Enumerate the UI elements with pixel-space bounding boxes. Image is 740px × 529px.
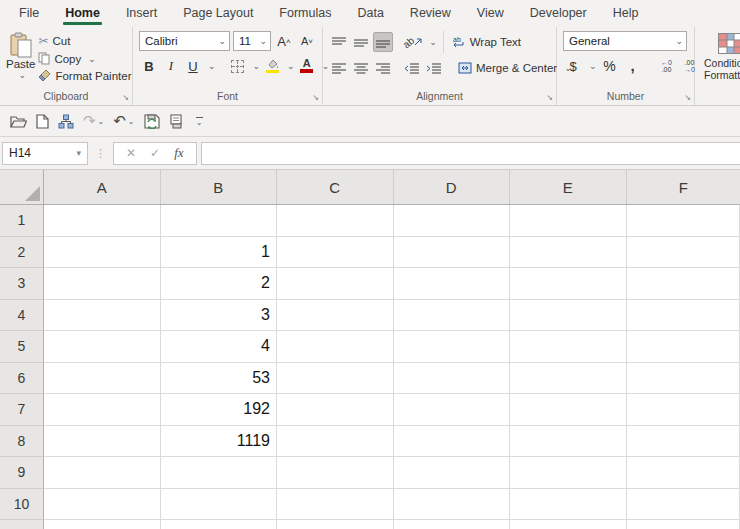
name-box[interactable]: H14 ▾	[2, 142, 88, 165]
cell-D6[interactable]	[394, 363, 511, 395]
cell-B8[interactable]: 1119	[161, 426, 278, 458]
cell-B10[interactable]	[161, 489, 278, 521]
row-header-3[interactable]: 3	[0, 268, 44, 300]
align-right-button[interactable]	[373, 58, 393, 78]
cell-C4[interactable]	[277, 300, 394, 332]
align-middle-button[interactable]	[351, 32, 371, 52]
formula-input[interactable]	[201, 142, 740, 165]
chevron-down-icon[interactable]: ⌄	[208, 61, 216, 71]
row-header-5[interactable]: 5	[0, 331, 44, 363]
copy-button[interactable]: Copy ⌄	[35, 51, 134, 66]
open-button[interactable]	[10, 115, 27, 128]
tab-data[interactable]: Data	[344, 0, 396, 27]
cell-C1[interactable]	[277, 205, 394, 237]
cell-A4[interactable]	[44, 300, 161, 332]
redo-button[interactable]: ↷ ⌄	[83, 112, 104, 130]
undo-button[interactable]: ↶ ⌄	[113, 112, 134, 130]
tab-file[interactable]: File	[6, 0, 52, 27]
font-family-select[interactable]: Calibri ⌄	[139, 31, 230, 51]
row-header-6[interactable]: 6	[0, 363, 44, 395]
cell-D5[interactable]	[394, 331, 511, 363]
select-all-button[interactable]	[0, 170, 44, 204]
cell-B4[interactable]: 3	[161, 300, 278, 332]
cell-F7[interactable]	[627, 394, 740, 426]
align-bottom-button[interactable]	[373, 32, 393, 52]
cell-D8[interactable]	[394, 426, 511, 458]
cell-E[interactable]	[510, 520, 627, 529]
cell-D9[interactable]	[394, 457, 511, 489]
increase-indent-button[interactable]	[423, 58, 443, 78]
cell-F[interactable]	[627, 520, 740, 529]
cell-F10[interactable]	[627, 489, 740, 521]
cell-D10[interactable]	[394, 489, 511, 521]
cell-A6[interactable]	[44, 363, 161, 395]
cell-F8[interactable]	[627, 426, 740, 458]
tab-home[interactable]: Home	[52, 0, 113, 27]
cell-E9[interactable]	[510, 457, 627, 489]
font-size-select[interactable]: 11 ⌄	[233, 31, 271, 51]
cell-A[interactable]	[44, 520, 161, 529]
chevron-down-icon[interactable]: ⌄	[287, 61, 295, 71]
tab-page-layout[interactable]: Page Layout	[170, 0, 266, 27]
cell-A8[interactable]	[44, 426, 161, 458]
cell-B2[interactable]: 1	[161, 237, 278, 269]
print-preview-button[interactable]	[169, 114, 183, 129]
cell-D2[interactable]	[394, 237, 511, 269]
cut-button[interactable]: ✂ Cut	[35, 33, 134, 49]
format-painter-button[interactable]: Format Painter	[35, 68, 134, 83]
cell-F1[interactable]	[627, 205, 740, 237]
cell-D7[interactable]	[394, 394, 511, 426]
tab-view[interactable]: View	[464, 0, 517, 27]
cell-B3[interactable]: 2	[161, 268, 278, 300]
decrease-font-size-button[interactable]: A˅	[297, 31, 317, 51]
cell-C6[interactable]	[277, 363, 394, 395]
cell-E7[interactable]	[510, 394, 627, 426]
row-header-10[interactable]: 10	[0, 489, 44, 521]
number-dialog-launcher-icon[interactable]: ↘	[684, 94, 691, 102]
cell-F3[interactable]	[627, 268, 740, 300]
cell-D3[interactable]	[394, 268, 511, 300]
fill-color-button[interactable]	[262, 56, 282, 76]
font-color-button[interactable]: A	[297, 56, 317, 76]
cell-E3[interactable]	[510, 268, 627, 300]
cell-F6[interactable]	[627, 363, 740, 395]
column-header-B[interactable]: B	[161, 170, 278, 204]
cell-C7[interactable]	[277, 394, 394, 426]
row-header-1[interactable]: 1	[0, 205, 44, 237]
column-header-E[interactable]: E	[510, 170, 627, 204]
cell-C9[interactable]	[277, 457, 394, 489]
tab-help[interactable]: Help	[600, 0, 652, 27]
column-header-A[interactable]: A	[44, 170, 161, 204]
enter-icon[interactable]: ✓	[150, 146, 160, 160]
tab-formulas[interactable]: Formulas	[266, 0, 344, 27]
tab-review[interactable]: Review	[397, 0, 464, 27]
conditional-formatting-button[interactable]: Conditional Formatting	[695, 27, 740, 105]
cell-D[interactable]	[394, 520, 511, 529]
cell-A5[interactable]	[44, 331, 161, 363]
column-header-C[interactable]: C	[277, 170, 394, 204]
decrease-indent-button[interactable]	[401, 58, 421, 78]
cell-C[interactable]	[277, 520, 394, 529]
column-header-D[interactable]: D	[394, 170, 511, 204]
alignment-dialog-launcher-icon[interactable]: ↘	[546, 94, 553, 102]
cell-B9[interactable]	[161, 457, 278, 489]
cell-C3[interactable]	[277, 268, 394, 300]
cell-E2[interactable]	[510, 237, 627, 269]
accounting-format-button[interactable]: $	[563, 56, 583, 76]
italic-button[interactable]: I	[161, 56, 181, 76]
cell-C2[interactable]	[277, 237, 394, 269]
underline-button[interactable]: U	[183, 56, 203, 76]
cell-E8[interactable]	[510, 426, 627, 458]
cell-E10[interactable]	[510, 489, 627, 521]
wrap-text-button[interactable]: ab Wrap Text	[450, 35, 524, 49]
chevron-down-icon[interactable]: ⌄	[589, 61, 597, 71]
chevron-down-icon[interactable]: ⌄	[253, 61, 261, 71]
cell-B1[interactable]	[161, 205, 278, 237]
align-left-button[interactable]	[329, 58, 349, 78]
tab-insert[interactable]: Insert	[113, 0, 170, 27]
cancel-icon[interactable]: ✕	[126, 146, 136, 160]
increase-font-size-button[interactable]: A˄	[274, 31, 294, 51]
cell-E5[interactable]	[510, 331, 627, 363]
align-top-button[interactable]	[329, 32, 349, 52]
cell-B6[interactable]: 53	[161, 363, 278, 395]
